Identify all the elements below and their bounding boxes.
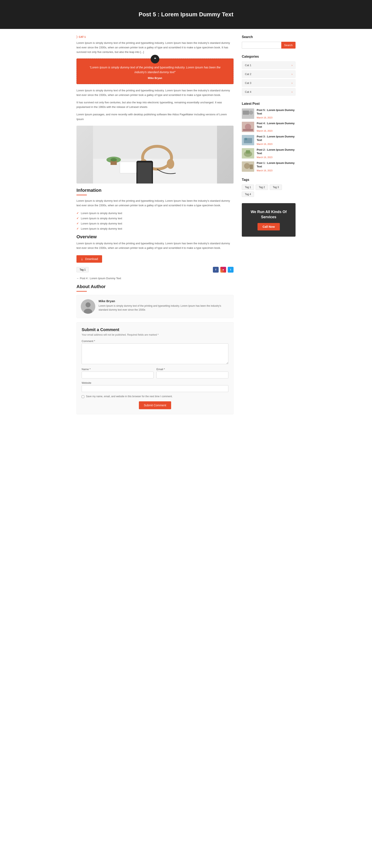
about-author-underline [76,291,87,291]
post-info: Post 4 : Lorem Ipsum Dummy Text March 16… [257,122,296,132]
category-item[interactable]: Cat 4 › [242,88,296,96]
latest-post-item[interactable]: Post 4 : Lorem Ipsum Dummy Text March 16… [242,122,296,132]
email-input[interactable] [156,372,228,378]
website-input[interactable] [82,385,228,392]
save-checkbox-row: Save my name, email, and website in this… [82,395,228,398]
tags-section: Tags Tag 1 Tag 2 Tag 3 Tag 4 [242,178,296,197]
call-now-button[interactable]: Call Now [257,223,280,230]
sidebar-tag[interactable]: Tag 1 [242,185,254,190]
facebook-icon[interactable]: f [213,267,219,273]
svg-point-22 [245,138,247,140]
main-content: 〉 CAT 1 Lorem Ipsum is simply dummy text… [76,35,234,414]
body-text-1: Lorem Ipsum is simply dummy text of the … [76,88,234,97]
prev-post-link[interactable]: ← Post 4 : Lorem Ipsum Dummy Text [76,277,234,280]
download-button[interactable]: ⭳ Download [76,255,102,263]
overview-text: Lorem Ipsum is simply dummy text of the … [76,241,234,250]
author-box: Mike Bryan Lorem Ipsum is simply dummy t… [76,295,234,318]
svg-rect-10 [120,162,136,173]
chevron-right-icon: › [291,82,292,85]
article-tag[interactable]: Tag 1 [76,267,89,272]
chevron-right-icon: › [291,90,292,93]
latest-post-section: Latest Post Post 5 : Lorem Ipsum Dummy T… [242,102,296,172]
latest-post-title: Latest Post [242,102,296,105]
svg-rect-19 [243,129,253,131]
search-row: Search [242,42,296,49]
body-text-2: It has survived not only five centuries,… [76,100,234,109]
hero-title: Post 5 : Lorem Ipsum Dummy Text [139,11,233,18]
instagram-icon[interactable]: ● [220,267,226,273]
post-thumbnail [242,122,254,132]
author-bio: Lorem Ipsum is simply dummy text of the … [99,304,229,312]
latest-post-item[interactable]: Post 3 : Lorem Ipsum Dummy Text March 16… [242,135,296,145]
twitter-icon[interactable]: t [228,267,234,273]
hero-section: Post 5 : Lorem Ipsum Dummy Text [0,0,372,29]
svg-rect-28 [250,164,253,169]
body-text-3: Lorem Ipsum passages, and more recently … [76,112,234,121]
download-icon: ⭳ [81,257,84,260]
sidebar-tag[interactable]: Tag 3 [270,185,282,190]
comment-group: Comment * [82,340,228,365]
name-group: Name * [82,368,154,378]
social-icons: f ● t [213,267,234,273]
tags-social-row: Tag 1 f ● t [76,267,234,273]
checklist-item: ✓ Lorem Ipsum is simply dummy text [76,216,234,221]
tags-row: Tag 1 Tag 2 Tag 3 Tag 4 [242,185,296,197]
svg-point-27 [244,163,250,169]
category-item[interactable]: Cat 3 › [242,79,296,87]
post-thumbnail [242,108,254,119]
website-group: Website [82,381,228,392]
categories-section: Categories Cat 1 › Cat 2 › Cat 3 › Cat 4… [242,55,296,96]
overview-heading: Overview [76,234,234,240]
email-group: Email * [156,368,228,378]
category-item[interactable]: Cat 2 › [242,70,296,78]
search-section: Search Search [242,35,296,49]
post-info: Post 2 : Lorem Ipsum Dummy Text March 16… [257,148,296,158]
check-icon: ✓ [76,227,79,230]
comment-input[interactable] [82,343,228,364]
check-icon: ✓ [76,217,79,220]
sidebar: Search Search Categories Cat 1 › Cat 2 ›… [242,35,296,414]
latest-post-item[interactable]: Post 5 : Lorem Ipsum Dummy Text March 16… [242,108,296,119]
check-icon: ✓ [76,222,79,225]
post-thumbnail [242,135,254,145]
quote-author: Mike Bryan [83,76,227,80]
post-thumbnail [242,148,254,158]
latest-post-item[interactable]: Post 2 : Lorem Ipsum Dummy Text March 16… [242,148,296,158]
post-thumbnail [242,161,254,172]
checklist-item: ✓ Lorem Ipsum is simply dummy text [76,221,234,226]
post-info: Post 3 : Lorem Ipsum Dummy Text March 16… [257,135,296,145]
search-input[interactable] [242,42,281,49]
save-checkbox[interactable] [82,395,84,398]
chevron-right-icon: › [291,64,292,67]
svg-point-16 [249,111,253,115]
latest-post-item[interactable]: Post 1 : Lorem Ipsum Dummy Text March 16… [242,161,296,172]
cta-box: We Run All Kinds Of Services Call Now [242,203,296,237]
about-author-title: About Author [76,284,234,289]
search-button[interactable]: Search [281,42,296,49]
information-heading: Information [76,188,234,193]
name-input[interactable] [82,372,154,378]
chevron-right-icon: › [291,72,292,75]
website-label: Website [82,381,228,384]
category-item[interactable]: Cat 1 › [242,61,296,69]
tags-title: Tags [242,178,296,182]
name-email-row: Name * Email * [82,368,228,381]
comment-form: Submit a Comment Your email address will… [76,322,234,414]
submit-comment-button[interactable]: Submit Comment [139,401,171,409]
checklist-item: ✓ Lorem Ipsum is simply dummy text [76,226,234,231]
sidebar-tag[interactable]: Tag 2 [256,185,268,190]
info-text: Lorem Ipsum is simply dummy text of the … [76,198,234,208]
quote-block: ❝ "Lorem Ipsum is simply dummy text of t… [76,59,234,84]
author-info: Mike Bryan Lorem Ipsum is simply dummy t… [99,299,229,312]
sidebar-tag[interactable]: Tag 4 [242,192,254,197]
svg-point-9 [111,158,117,161]
save-checkbox-label: Save my name, email, and website in this… [86,395,173,398]
checklist-item: ✓ Lorem Ipsum is simply dummy text [76,211,234,216]
check-icon: ✓ [76,212,79,215]
comment-note: Your email address will not be published… [82,333,228,336]
category-label: 〉 CAT 1 [76,35,234,39]
information-underline [76,195,87,195]
name-label: Name * [82,368,154,371]
search-title: Search [242,35,296,39]
categories-title: Categories [242,55,296,59]
